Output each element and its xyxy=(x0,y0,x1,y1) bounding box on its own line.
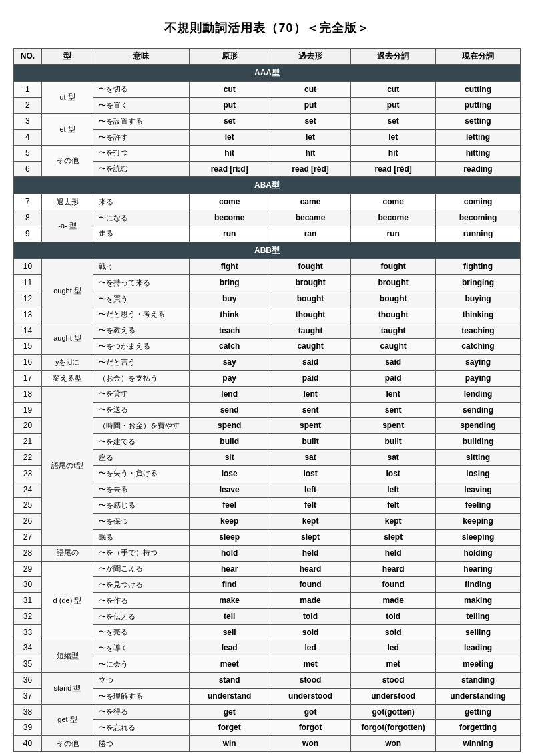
cell-base: teach xyxy=(189,323,270,339)
cell-meaning: 〜を作る xyxy=(93,593,189,609)
cell-ing: sleeping xyxy=(436,529,521,545)
cell-base: say xyxy=(189,355,270,371)
cell-pp: cut xyxy=(351,81,436,98)
cell-pp: felt xyxy=(351,498,436,514)
cell-pp: paid xyxy=(351,370,436,386)
cell-past: met xyxy=(270,656,350,673)
cell-type: その他 xyxy=(41,736,93,752)
cell-no: 33 xyxy=(14,624,42,640)
cell-base: understand xyxy=(189,688,270,704)
cell-base: win xyxy=(189,736,270,752)
cell-base: hear xyxy=(189,561,270,577)
section-header-row: ABB型 xyxy=(14,242,521,259)
cell-pp: sat xyxy=(351,449,436,465)
cell-meaning: 戦う xyxy=(93,259,189,275)
cell-pp: taught xyxy=(351,323,436,339)
cell-base: meet xyxy=(189,656,270,673)
cell-base: become xyxy=(189,210,270,226)
cell-pp: said xyxy=(351,355,436,371)
page-title: 不規則動詞活用表（70）＜完全版＞ xyxy=(13,20,521,36)
cell-ing: leaving xyxy=(436,482,521,498)
cell-no: 34 xyxy=(14,640,42,656)
cell-base: lead xyxy=(189,640,270,656)
cell-base: cut xyxy=(189,81,270,98)
cell-pp: sold xyxy=(351,624,436,640)
cell-base: make xyxy=(189,593,270,609)
cell-pp: set xyxy=(351,114,436,130)
cell-pp: understood xyxy=(351,688,436,704)
cell-ing: fighting xyxy=(436,259,521,275)
cell-base: buy xyxy=(189,291,270,307)
cell-pp: brought xyxy=(351,275,436,291)
cell-meaning: 〜を得る xyxy=(93,704,189,720)
cell-base: spend xyxy=(189,418,270,434)
cell-pp: hit xyxy=(351,145,436,161)
cell-no: 18 xyxy=(14,386,42,402)
cell-ing: sending xyxy=(436,402,521,418)
cell-no: 13 xyxy=(14,307,42,323)
cell-type: -a- 型 xyxy=(41,210,93,242)
cell-no: 6 xyxy=(14,161,42,177)
cell-past: fought xyxy=(270,259,350,275)
cell-past: came xyxy=(270,194,350,210)
cell-base: let xyxy=(189,129,270,145)
cell-no: 2 xyxy=(14,98,42,114)
cell-past: sent xyxy=(270,402,350,418)
cell-no: 39 xyxy=(14,720,42,736)
table-row: 14aught 型〜を教えるteachtaughttaughtteaching xyxy=(14,323,521,339)
cell-no: 4 xyxy=(14,129,42,145)
table-row: 36stand 型立つstandstoodstoodstanding xyxy=(14,673,521,689)
table-row: 1ut 型〜を切るcutcutcutcutting xyxy=(14,81,521,98)
cell-past: hit xyxy=(270,145,350,161)
cell-type: 語尾の xyxy=(41,545,93,561)
cell-meaning: 〜になる xyxy=(93,210,189,226)
cell-past: lost xyxy=(270,465,350,482)
cell-meaning: （時間・お金）を費やす xyxy=(93,418,189,434)
cell-ing: reading xyxy=(436,161,521,177)
cell-no: 26 xyxy=(14,514,42,530)
cell-no: 11 xyxy=(14,275,42,291)
cell-no: 16 xyxy=(14,355,42,371)
cell-base: sit xyxy=(189,449,270,465)
cell-base: fight xyxy=(189,259,270,275)
cell-no: 15 xyxy=(14,339,42,355)
cell-pp: kept xyxy=(351,514,436,530)
cell-meaning: 座る xyxy=(93,449,189,465)
cell-past: spent xyxy=(270,418,350,434)
cell-base: keep xyxy=(189,514,270,530)
cell-past: said xyxy=(270,355,350,371)
cell-ing: getting xyxy=(436,704,521,720)
cell-ing: keeping xyxy=(436,514,521,530)
cell-pp: thought xyxy=(351,307,436,323)
cell-ing: holding xyxy=(436,545,521,561)
cell-past: ran xyxy=(270,226,350,242)
cell-pp: run xyxy=(351,226,436,242)
cell-pp: got(gotten) xyxy=(351,704,436,720)
cell-meaning: 〜を忘れる xyxy=(93,720,189,736)
cell-type: 短縮型 xyxy=(41,640,93,673)
cell-no: 38 xyxy=(14,704,42,720)
cell-base: send xyxy=(189,402,270,418)
table-body: AAA型1ut 型〜を切るcutcutcutcutting2〜を置くputput… xyxy=(14,64,521,751)
cell-meaning: 〜を打つ xyxy=(93,145,189,161)
cell-ing: letting xyxy=(436,129,521,145)
table-row: 40その他勝つwinwonwonwinning xyxy=(14,736,521,752)
cell-past: sat xyxy=(270,449,350,465)
cell-ing: winning xyxy=(436,736,521,752)
cell-meaning: 〜だと言う xyxy=(93,355,189,371)
cell-type: get 型 xyxy=(41,704,93,736)
cell-meaning: 〜を許す xyxy=(93,129,189,145)
cell-no: 14 xyxy=(14,323,42,339)
cell-no: 12 xyxy=(14,291,42,307)
cell-base: set xyxy=(189,114,270,130)
cell-meaning: 〜を去る xyxy=(93,482,189,498)
cell-meaning: 〜を導く xyxy=(93,640,189,656)
col-ing: 現在分詞 xyxy=(436,49,521,65)
cell-type: yをidに xyxy=(41,355,93,371)
cell-pp: lost xyxy=(351,465,436,482)
cell-meaning: 〜を読む xyxy=(93,161,189,177)
cell-past: taught xyxy=(270,323,350,339)
cell-no: 21 xyxy=(14,434,42,450)
table-row: 28語尾の〜を（手で）持つholdheldheldholding xyxy=(14,545,521,561)
cell-past: forgot xyxy=(270,720,350,736)
